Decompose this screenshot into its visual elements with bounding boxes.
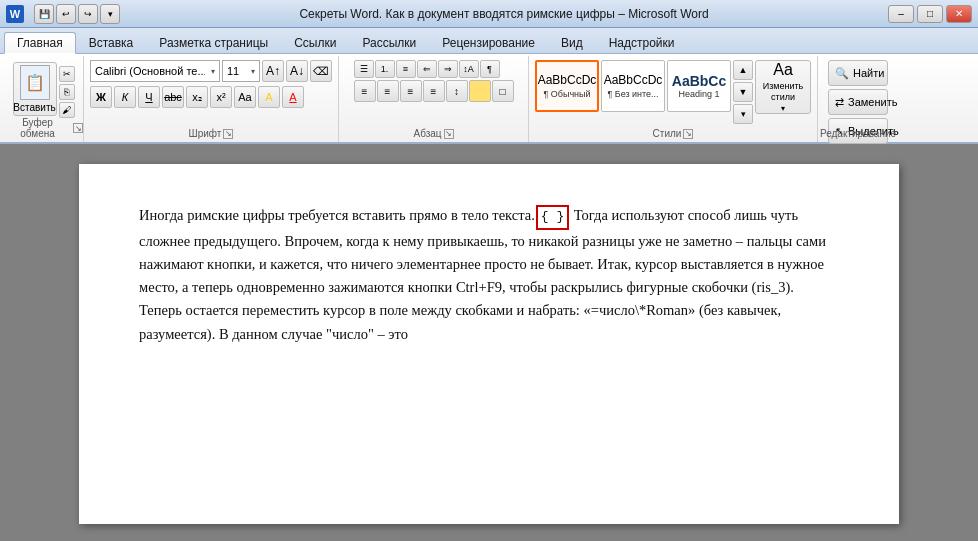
decrease-indent-btn[interactable]: ⇐ — [417, 60, 437, 78]
format-painter-btn[interactable]: 🖌 — [59, 102, 75, 118]
font-color-btn[interactable]: A — [282, 86, 304, 108]
styles-label: Стили ↘ — [529, 128, 817, 139]
doc-text-part1: Иногда римские цифры требуется вставить … — [139, 207, 535, 223]
font-name-row: Calibri (Основной те... ▾ 11 ▾ A↑ A↓ ⌫ — [90, 60, 332, 82]
paste-label: Вставить — [13, 102, 55, 113]
style-normal[interactable]: AaBbCcDc ¶ Обычный — [535, 60, 599, 112]
multilevel-btn[interactable]: ≡ — [396, 60, 416, 78]
tab-insert[interactable]: Вставка — [76, 31, 147, 53]
styles-more-btn[interactable]: ▾ — [733, 104, 753, 124]
subscript-btn[interactable]: x₂ — [186, 86, 208, 108]
size-dropdown-arrow: ▾ — [251, 67, 255, 76]
word-icon: W — [6, 5, 24, 23]
styles-up-btn[interactable]: ▲ — [733, 60, 753, 80]
highlight-btn[interactable]: A — [258, 86, 280, 108]
quick-access-toolbar: 💾 ↩ ↪ ▾ — [34, 4, 120, 24]
heading1-text: AaBbCc — [672, 73, 726, 89]
document-area: Иногда римские цифры требуется вставить … — [0, 144, 978, 541]
tab-review[interactable]: Рецензирование — [429, 31, 548, 53]
binoculars-icon: 🔍 — [835, 67, 849, 80]
replace-btn[interactable]: ⇄ Заменить — [828, 89, 888, 115]
tab-references[interactable]: Ссылки — [281, 31, 349, 53]
font-format-row: Ж К Ч abc x₂ x² Aa A A — [90, 86, 332, 108]
align-right-btn[interactable]: ≡ — [400, 80, 422, 102]
change-styles-btn[interactable]: Aa Изменитьстили ▾ — [755, 60, 811, 114]
minimize-btn[interactable]: – — [888, 5, 914, 23]
font-size-select[interactable]: 11 ▾ — [222, 60, 260, 82]
editing-group: 🔍 Найти ⇄ Заменить ↖ Выделить Редактиров… — [818, 56, 898, 142]
title-bar-left: W 💾 ↩ ↪ ▾ — [6, 4, 120, 24]
window-title: Секреты Word. Как в документ вводятся ри… — [299, 7, 708, 21]
undo-btn[interactable]: ↩ — [56, 4, 76, 24]
borders-btn[interactable]: □ — [492, 80, 514, 102]
change-styles-label: Изменитьстили — [763, 81, 804, 103]
redo-btn[interactable]: ↪ — [78, 4, 98, 24]
bullets-btn[interactable]: ☰ — [354, 60, 374, 78]
heading1-label: Heading 1 — [678, 89, 719, 99]
italic-btn[interactable]: К — [114, 86, 136, 108]
font-dropdown-arrow: ▾ — [211, 67, 215, 76]
find-btn[interactable]: 🔍 Найти — [828, 60, 888, 86]
bold-btn[interactable]: Ж — [90, 86, 112, 108]
paragraph-expand[interactable]: ↘ — [444, 129, 454, 139]
style-normal-label: ¶ Обычный — [543, 89, 590, 99]
paste-icon: 📋 — [20, 65, 50, 100]
styles-expand[interactable]: ↘ — [683, 129, 693, 139]
window-controls: – □ ✕ — [888, 5, 972, 23]
paragraph-group: ☰ 1. ≡ ⇐ ⇒ ↕A ¶ ≡ ≡ ≡ ≡ ↕ □ Абзац ↘ — [339, 56, 529, 142]
doc-text-remainder: Тогда используют способ лишь чуть сложне… — [139, 207, 826, 342]
clipboard-group: 📋 Вставить ✂ ⎘ 🖌 Буфер обмена ↘ — [4, 56, 84, 142]
tab-addins[interactable]: Надстройки — [596, 31, 688, 53]
tab-home[interactable]: Главная — [4, 32, 76, 54]
underline-btn[interactable]: Ч — [138, 86, 160, 108]
styles-down-btn[interactable]: ▼ — [733, 82, 753, 102]
align-center-btn[interactable]: ≡ — [377, 80, 399, 102]
tab-mailings[interactable]: Рассылки — [349, 31, 429, 53]
style-nospace-label: ¶ Без инте... — [607, 89, 658, 99]
dropdown-btn[interactable]: ▾ — [100, 4, 120, 24]
paste-side-btns: ✂ ⎘ 🖌 — [59, 62, 75, 118]
increase-indent-btn[interactable]: ⇒ — [438, 60, 458, 78]
justify-btn[interactable]: ≡ — [423, 80, 445, 102]
field-code-block: { } — [536, 205, 569, 230]
sort-btn[interactable]: ↕A — [459, 60, 479, 78]
numbering-btn[interactable]: 1. — [375, 60, 395, 78]
editing-label: Редактирование — [818, 128, 898, 139]
ribbon: 📋 Вставить ✂ ⎘ 🖌 Буфер обмена ↘ Calibri … — [0, 54, 978, 144]
shading-btn[interactable] — [469, 80, 491, 102]
superscript-btn[interactable]: x² — [210, 86, 232, 108]
line-spacing-btn[interactable]: ↕ — [446, 80, 468, 102]
clipboard-expand[interactable]: ↘ — [73, 123, 83, 133]
show-marks-btn[interactable]: ¶ — [480, 60, 500, 78]
align-left-btn[interactable]: ≡ — [354, 80, 376, 102]
paragraph-label: Абзац ↘ — [339, 128, 528, 139]
font-name-select[interactable]: Calibri (Основной те... ▾ — [90, 60, 220, 82]
font-group: Calibri (Основной те... ▾ 11 ▾ A↑ A↓ ⌫ Ж… — [84, 56, 339, 142]
clipboard-content: 📋 Вставить ✂ ⎘ 🖌 — [13, 58, 75, 154]
style-nospace-text: AaBbCcDc — [604, 73, 663, 87]
tab-view[interactable]: Вид — [548, 31, 596, 53]
clipboard-label: Буфер обмена ↘ — [4, 117, 83, 139]
paste-button[interactable]: 📋 Вставить — [13, 62, 57, 116]
change-case-btn[interactable]: Aa — [234, 86, 256, 108]
close-btn[interactable]: ✕ — [946, 5, 972, 23]
shrink-font-btn[interactable]: A↓ — [286, 60, 308, 82]
title-bar: W 💾 ↩ ↪ ▾ Секреты Word. Как в документ в… — [0, 0, 978, 28]
style-no-spacing[interactable]: AaBbCcDc ¶ Без инте... — [601, 60, 665, 112]
font-expand[interactable]: ↘ — [223, 129, 233, 139]
doc-page[interactable]: Иногда римские цифры требуется вставить … — [79, 164, 899, 524]
clear-format-btn[interactable]: ⌫ — [310, 60, 332, 82]
font-label: Шрифт ↘ — [84, 128, 338, 139]
styles-group: AaBbCcDc ¶ Обычный AaBbCcDc ¶ Без инте..… — [529, 56, 818, 142]
cut-btn[interactable]: ✂ — [59, 66, 75, 82]
maximize-btn[interactable]: □ — [917, 5, 943, 23]
save-btn[interactable]: 💾 — [34, 4, 54, 24]
tab-layout[interactable]: Разметка страницы — [146, 31, 281, 53]
style-normal-text: AaBbCcDc — [538, 73, 597, 87]
style-heading1[interactable]: AaBbCc Heading 1 — [667, 60, 731, 112]
copy-btn[interactable]: ⎘ — [59, 84, 75, 100]
replace-icon: ⇄ — [835, 96, 844, 109]
strikethrough-btn[interactable]: abc — [162, 86, 184, 108]
grow-font-btn[interactable]: A↑ — [262, 60, 284, 82]
doc-body[interactable]: Иногда римские цифры требуется вставить … — [139, 204, 839, 346]
